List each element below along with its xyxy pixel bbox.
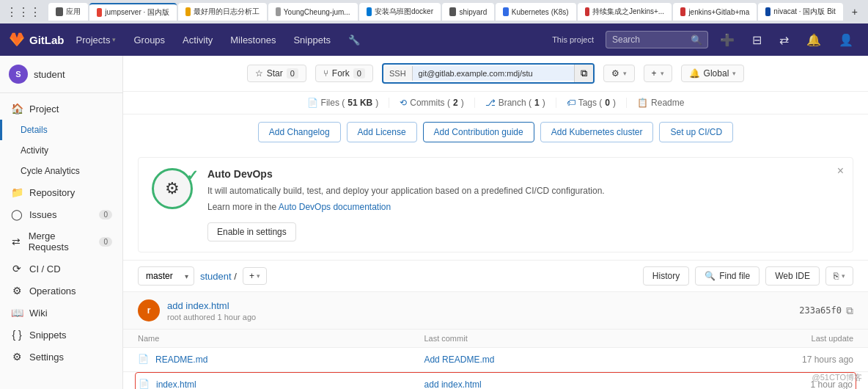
- nav-milestones[interactable]: Milestones: [224, 34, 282, 46]
- copy-hash-button[interactable]: ⧉: [846, 305, 853, 317]
- sidebar-item-issues[interactable]: ◯ Issues 0: [0, 203, 122, 225]
- readme-icon: 📋: [637, 98, 648, 108]
- commits-icon: ⟲: [400, 98, 407, 108]
- browser-tab-young[interactable]: YoungCheung-jum...: [268, 3, 358, 21]
- nav-notifications-bell[interactable]: 🔔: [801, 33, 827, 47]
- commit-hash: 233a65f0 ⧉: [799, 305, 853, 317]
- commit-message[interactable]: add index.html: [167, 300, 792, 311]
- sidebar-label-project: Project: [29, 103, 59, 114]
- stat-files[interactable]: 📄 Files (51 KB): [297, 98, 390, 108]
- stat-branch[interactable]: ⎇ Branch (1): [475, 98, 556, 108]
- settings-icon: ⚙: [10, 351, 23, 363]
- nav-snippets[interactable]: Snippets: [287, 34, 336, 46]
- repo-settings-button[interactable]: ⚙ ▾: [603, 65, 635, 82]
- branch-path-user[interactable]: student: [200, 271, 232, 282]
- stat-tags[interactable]: 🏷 Tags (0): [556, 98, 627, 108]
- sidebar-item-merge-requests[interactable]: ⇄ Merge Requests 0: [0, 225, 122, 258]
- nav-issues-button[interactable]: ⊟: [746, 33, 768, 47]
- browser-tab-jenkins1[interactable]: 持续集成之Jenkins+...: [578, 3, 672, 21]
- sidebar-item-repository[interactable]: 📁 Repository: [0, 181, 122, 203]
- tab-favicon-docker: [367, 7, 372, 16]
- file-name-index[interactable]: 📄 index.html: [139, 379, 424, 389]
- nav-merge-button[interactable]: ⇄: [773, 33, 795, 47]
- branch-add-button[interactable]: + ▾: [243, 267, 267, 285]
- find-file-button[interactable]: 🔍 Find file: [695, 266, 760, 286]
- sidebar-item-details[interactable]: Details: [0, 120, 122, 140]
- devops-close-button[interactable]: ×: [837, 165, 844, 177]
- clone-icon: ⎘: [834, 271, 839, 281]
- gitlab-logo[interactable]: GitLab: [9, 32, 65, 48]
- commit-avatar: r: [138, 299, 160, 321]
- browser-tab-nivacat[interactable]: nivacat · 国内版 Bit: [758, 3, 843, 21]
- file-table-header: Name Last commit Last update: [123, 330, 868, 348]
- ssh-url-input[interactable]: [413, 66, 574, 81]
- file-commit-readme[interactable]: Add README.md: [424, 355, 710, 365]
- gitlab-navbar: GitLab Projects ▾ Groups Activity Milest…: [0, 23, 868, 56]
- browser-tab-shipyard[interactable]: shipyard: [442, 3, 494, 21]
- tab-label-young: YoungCheung-jum...: [284, 8, 350, 16]
- file-commit-index[interactable]: add index.html: [424, 379, 710, 389]
- settings-small-icon: ⚙: [611, 68, 619, 79]
- browser-tab-apps[interactable]: 应用: [48, 3, 88, 21]
- browser-tab-jenkins2[interactable]: jenkins+Gitlab+ma: [673, 3, 757, 21]
- fork-button[interactable]: ⑂ Fork 0: [315, 65, 373, 82]
- devops-enable-button[interactable]: Enable in settings: [207, 222, 296, 241]
- nav-groups[interactable]: Groups: [128, 34, 171, 46]
- sidebar-item-settings[interactable]: ⚙ Settings: [0, 346, 122, 368]
- tab-label-shipyard: shipyard: [459, 8, 487, 16]
- browser-grid-icon[interactable]: ⋮⋮⋮: [6, 5, 41, 19]
- tab-favicon-jenkins1: [585, 7, 590, 16]
- stat-readme[interactable]: 📋 Readme: [627, 98, 694, 108]
- history-button[interactable]: History: [643, 266, 689, 286]
- sidebar-item-snippets[interactable]: { } Snippets: [0, 324, 122, 346]
- col-header-update: Last update: [710, 334, 853, 343]
- add-contribution-guide-button[interactable]: Add Contribution guide: [423, 122, 534, 142]
- col-header-commit: Last commit: [424, 334, 710, 343]
- sidebar-item-activity[interactable]: Activity: [0, 140, 122, 161]
- browser-tabs: 应用 jumpserver · 国内版 最好用的日志分析工 YoungCheun…: [48, 3, 843, 21]
- clone-button[interactable]: ⎘ ▾: [825, 266, 853, 286]
- browser-bar: ⋮⋮⋮ 应用 jumpserver · 国内版 最好用的日志分析工 YoungC…: [0, 0, 868, 23]
- add-license-button[interactable]: Add License: [347, 122, 417, 142]
- commit-hash-value: 233a65f0: [799, 305, 842, 316]
- commit-info: add index.html root authored 1 hour ago: [167, 300, 792, 321]
- browser-tab-jumpserver[interactable]: jumpserver · 国内版: [89, 3, 177, 21]
- nav-activity[interactable]: Activity: [177, 34, 218, 46]
- tab-label-docker: 安装乌班图docker: [375, 7, 433, 17]
- sidebar-item-cycle-analytics[interactable]: Cycle Analytics: [0, 161, 122, 181]
- bell-icon: 🔔: [689, 68, 700, 79]
- wiki-icon: 📖: [10, 307, 23, 319]
- file-name-readme[interactable]: 📄 README.md: [138, 354, 424, 366]
- ssh-copy-button[interactable]: ⧉: [574, 65, 593, 82]
- files-icon: 📄: [307, 98, 318, 108]
- add-kubernetes-cluster-button[interactable]: Add Kubernetes cluster: [540, 122, 654, 142]
- notifications-button[interactable]: 🔔 Global ▾: [681, 65, 745, 82]
- nav-projects[interactable]: Projects ▾: [70, 34, 122, 46]
- star-button[interactable]: ☆ Star 0: [247, 65, 306, 82]
- add-changelog-button[interactable]: Add Changelog: [258, 122, 341, 142]
- devops-learn-more-link[interactable]: Auto DevOps documentation: [279, 202, 391, 212]
- browser-tab-docker[interactable]: 安装乌班图docker: [359, 3, 441, 21]
- sidebar-item-operations[interactable]: ⚙ Operations: [0, 280, 122, 302]
- browser-tab-log[interactable]: 最好用的日志分析工: [178, 3, 267, 21]
- tab-label-jumpserver: jumpserver · 国内版: [105, 7, 169, 18]
- sidebar-item-wiki[interactable]: 📖 Wiki: [0, 302, 122, 324]
- sidebar-username: student: [34, 69, 65, 80]
- repo-add-button[interactable]: + ▾: [644, 65, 672, 82]
- sidebar-item-project[interactable]: 🏠 Project: [0, 98, 122, 120]
- stat-commits[interactable]: ⟲ Commits (2): [389, 98, 474, 108]
- sidebar-item-ci-cd[interactable]: ⟳ CI / CD: [0, 258, 122, 280]
- tab-favicon-jenkins2: [680, 7, 685, 16]
- folder-icon: 📁: [10, 186, 23, 198]
- web-ide-button[interactable]: Web IDE: [765, 266, 820, 286]
- ssh-label[interactable]: SSH: [383, 66, 413, 81]
- devops-content: Auto DevOps It will automatically build,…: [207, 168, 839, 241]
- nav-plus-button[interactable]: ➕: [714, 33, 740, 47]
- nav-wrench[interactable]: 🔧: [342, 34, 366, 46]
- nav-user-avatar[interactable]: 👤: [833, 33, 859, 47]
- new-tab-button[interactable]: +: [847, 6, 862, 18]
- branch-select[interactable]: master: [138, 266, 194, 286]
- avatar: S: [9, 65, 28, 84]
- browser-tab-k8s[interactable]: Kubernetes (K8s): [496, 3, 575, 21]
- setup-cicd-button[interactable]: Set up CI/CD: [659, 122, 733, 142]
